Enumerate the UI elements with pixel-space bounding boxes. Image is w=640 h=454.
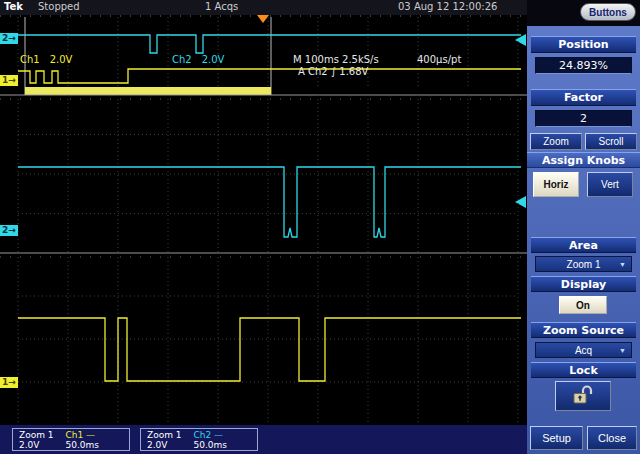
factor-value: 2	[535, 110, 632, 127]
chevron-down-icon: ▼	[619, 261, 626, 268]
lock-header: Lock	[531, 362, 636, 378]
ch2-scale-readout: Ch22.0V	[172, 54, 224, 65]
ch2-zoom-trace	[18, 167, 521, 237]
lock-button[interactable]	[555, 381, 611, 411]
area-select[interactable]: Zoom 1 ▼	[535, 256, 632, 272]
acquisition-count: 1 Acqs	[205, 1, 238, 12]
zoom-name: Zoom 1	[147, 430, 182, 440]
open-lock-icon	[570, 384, 596, 406]
ch1-zoom-marker[interactable]: 1→	[0, 377, 18, 388]
display-on-button[interactable]: On	[559, 296, 607, 314]
zoom-mode-button[interactable]: Zoom	[530, 133, 582, 150]
ch2-zoom-marker[interactable]: 2→	[0, 225, 18, 236]
position-value: 24.893%	[535, 57, 632, 74]
ch2-overview-marker[interactable]: 2→	[0, 33, 18, 44]
vert-knob-button[interactable]: Vert	[587, 172, 633, 197]
display-header: Display	[531, 276, 636, 292]
horizontal-scale: 50.0ms	[194, 440, 228, 450]
zoom1-ch2-readout-box: Zoom 1 2.0V Ch2 — 50.0ms	[140, 428, 258, 451]
marker-arrow-icon: →	[8, 225, 16, 235]
setup-button[interactable]: Setup	[530, 426, 583, 450]
brand-label: Tek	[4, 1, 23, 12]
scroll-mode-button[interactable]: Scroll	[585, 133, 637, 150]
zoom-region-highlight	[25, 87, 271, 95]
waveform-area: 2→ 1→ 2→ 1→ Ch12.0V Ch22.0V M 100ms 2.5k…	[0, 15, 527, 425]
channel-label: Ch1 —	[66, 430, 100, 440]
chevron-down-icon: ▼	[619, 347, 626, 354]
marker-arrow-icon: →	[8, 75, 16, 85]
datetime: 03 Aug 12 12:00:26	[398, 1, 497, 12]
vertical-scale: 2.0V	[147, 440, 182, 450]
control-sidebar: Position 24.893% Factor 2 Zoom Scroll As…	[527, 26, 640, 454]
waveform-svg	[0, 15, 527, 425]
ch1-scale-readout: Ch12.0V	[20, 54, 72, 65]
top-right-strip: Buttons	[527, 0, 640, 26]
assign-knobs-header: Assign Knobs	[527, 152, 640, 168]
ch2-overview-trace	[18, 35, 521, 53]
buttons-button[interactable]: Buttons	[580, 3, 636, 21]
trigger-level-arrow-zoom	[515, 196, 526, 208]
oscilloscope-screen: Tek Stopped 1 Acqs 03 Aug 12 12:00:26 Bu…	[0, 0, 640, 454]
acquisition-status: Stopped	[38, 1, 80, 12]
trigger-level-arrow-overview	[515, 34, 526, 46]
zoom-name: Zoom 1	[19, 430, 54, 440]
factor-header: Factor	[531, 89, 636, 106]
horiz-knob-button[interactable]: Horiz	[533, 172, 579, 197]
zoom1-ch1-readout-box: Zoom 1 2.0V Ch1 — 50.0ms	[12, 428, 130, 451]
zoom-source-header: Zoom Source	[531, 322, 636, 338]
resolution-readout: 400µs/pt	[417, 54, 461, 65]
area-header: Area	[531, 237, 636, 253]
position-header: Position	[531, 36, 636, 53]
bottom-readout-bar: Zoom 1 2.0V Ch1 — 50.0ms Zoom 1 2.0V Ch2…	[0, 425, 527, 454]
ch1-overview-trace	[18, 69, 521, 83]
zoom-source-select[interactable]: Acq ▼	[535, 342, 632, 358]
close-button[interactable]: Close	[587, 426, 637, 450]
area-select-value: Zoom 1	[567, 259, 601, 270]
vertical-scale: 2.0V	[19, 440, 54, 450]
marker-arrow-icon: →	[8, 33, 16, 43]
channel-label: Ch2 —	[194, 430, 228, 440]
marker-arrow-icon: →	[8, 377, 16, 387]
horizontal-scale: 50.0ms	[66, 440, 100, 450]
trigger-position-marker	[257, 15, 269, 23]
ch1-zoom-trace	[18, 318, 521, 381]
top-status-bar: Tek Stopped 1 Acqs 03 Aug 12 12:00:26	[0, 0, 527, 15]
timebase-readout: M 100ms 2.5kS/s	[293, 54, 379, 65]
trigger-readout: A Ch2 ∫ 1.68V	[298, 66, 368, 77]
zoom-source-value: Acq	[575, 345, 592, 356]
ch1-overview-marker[interactable]: 1→	[0, 75, 18, 86]
